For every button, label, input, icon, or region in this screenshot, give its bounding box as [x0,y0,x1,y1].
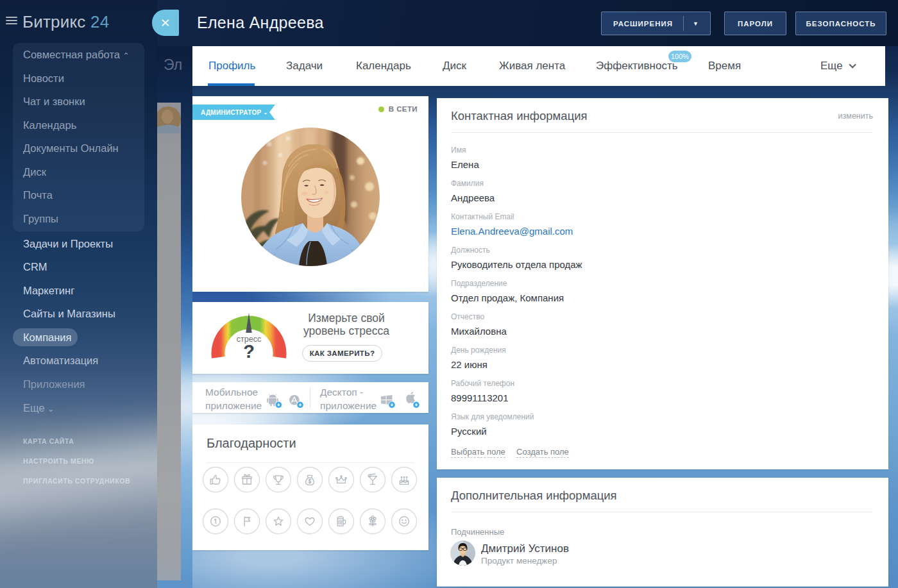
svg-text:?: ? [243,341,255,362]
